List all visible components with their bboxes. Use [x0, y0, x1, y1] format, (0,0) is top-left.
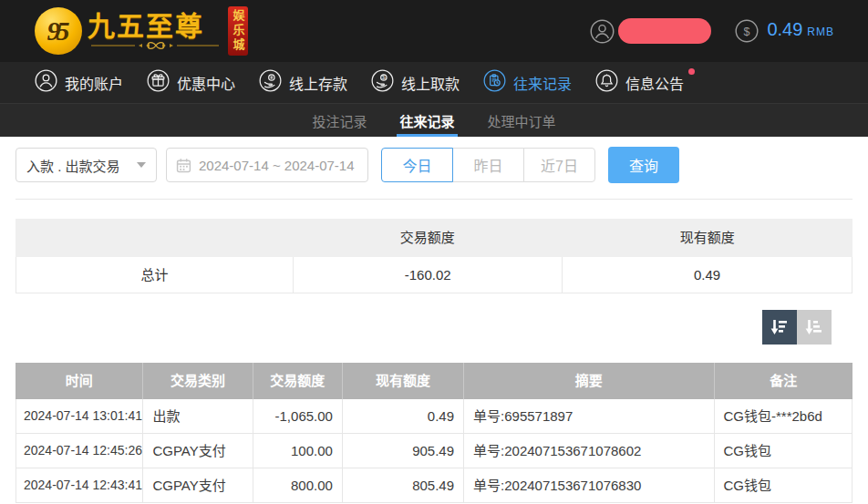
- column-header: 交易额度: [253, 363, 343, 399]
- top-bar: 95 九五至尊 娱乐城 $: [0, 0, 868, 62]
- summary-header-row: 交易额度 现有额度: [16, 219, 852, 257]
- active-tab-underline: [397, 134, 457, 137]
- summary-header-balance: 现有额度: [562, 220, 852, 256]
- records-table-body: 2024-07-14 13:01:41出款-1,065.000.49单号:695…: [16, 399, 852, 503]
- table-cell: 单号:202407153671076830: [464, 468, 714, 502]
- date-range-value: 2024-07-14 ~ 2024-07-14: [199, 158, 355, 173]
- records-icon: [483, 69, 506, 96]
- tab-label: 投注记录: [312, 111, 367, 130]
- sort-ascending-icon: [804, 317, 824, 337]
- search-button[interactable]: 查询: [608, 147, 679, 183]
- flourish-icon: [88, 40, 224, 51]
- sub-nav: 投注记录往来记录处理中订单: [0, 103, 868, 137]
- table-row: 2024-07-14 12:45:26CGPAY支付100.00905.49单号…: [16, 434, 852, 468]
- table-cell: 单号:695571897: [464, 399, 714, 433]
- transaction-type-value: 入款 . 出款交易: [26, 156, 120, 175]
- table-row: 2024-07-14 12:43:41CGPAY支付800.00805.49单号…: [16, 468, 852, 503]
- logo-badge: 娱乐城: [228, 6, 248, 56]
- logo-text-wrap: 九五至尊: [88, 12, 224, 51]
- table-cell: 2024-07-14 12:45:26: [16, 434, 143, 468]
- table-cell: CGPAY支付: [143, 434, 253, 468]
- table-cell: 805.49: [343, 468, 464, 502]
- nav-item-label: 优惠中心: [177, 72, 235, 94]
- summary-header-transaction: 交易额度: [293, 220, 563, 256]
- calendar-icon: [176, 158, 191, 173]
- section-divider: [16, 199, 852, 200]
- table-cell: 0.49: [343, 399, 464, 433]
- column-header: 备注: [715, 363, 852, 399]
- dollar-icon: $: [735, 19, 759, 43]
- nav-item-online-withdrawal[interactable]: $线上取款: [371, 62, 460, 103]
- chevron-down-icon: [137, 162, 146, 168]
- deposit-icon: [259, 69, 282, 96]
- table-cell: 2024-07-14 12:43:41: [16, 468, 143, 502]
- logo-title: 九五至尊: [88, 12, 224, 41]
- quick-date-group: 今日昨日近7日: [381, 148, 595, 182]
- tab-bet-records[interactable]: 投注记录: [312, 104, 367, 137]
- transaction-type-select[interactable]: 入款 . 出款交易: [16, 148, 157, 182]
- main-nav: 我的账户优惠中心线上存款$线上取款往来记录信息公告: [0, 62, 868, 103]
- summary-transaction-total: -160.02: [293, 257, 562, 293]
- wallet-balance[interactable]: $ 0.49 RMB: [735, 19, 834, 43]
- masked-username-redaction: [618, 18, 711, 44]
- table-row: 2024-07-14 13:01:41出款-1,065.000.49单号:695…: [16, 399, 852, 434]
- sort-descending-button[interactable]: [762, 310, 797, 345]
- summary-total-label: 总计: [16, 257, 293, 293]
- site-logo[interactable]: 95 九五至尊 娱乐城: [35, 6, 248, 56]
- records-table: 时间交易类别交易额度现有额度摘要备注 2024-07-14 13:01:41出款…: [16, 363, 852, 503]
- summary-table: 交易额度 现有额度 总计 -160.02 0.49: [16, 219, 852, 293]
- svg-text:$: $: [382, 73, 386, 81]
- nav-item-announcements[interactable]: 信息公告: [595, 62, 684, 103]
- summary-total-row: 总计 -160.02 0.49: [16, 257, 852, 293]
- column-header: 时间: [16, 363, 143, 399]
- column-header: 摘要: [464, 363, 714, 399]
- notification-dot: [688, 68, 695, 75]
- svg-text:$: $: [744, 26, 750, 38]
- filter-row: 入款 . 出款交易 2024-07-14 ~ 2024-07-14 今日昨日近7…: [16, 147, 852, 183]
- table-cell: CG钱包: [715, 468, 852, 502]
- logo-monogram-icon: 95: [35, 7, 82, 55]
- table-cell: CG钱包: [715, 434, 852, 468]
- records-table-header: 时间交易类别交易额度现有额度摘要备注: [16, 363, 852, 399]
- nav-item-transaction-records[interactable]: 往来记录: [483, 62, 572, 103]
- table-cell: 出款: [143, 399, 253, 433]
- nav-item-promotions[interactable]: 优惠中心: [147, 62, 235, 103]
- sort-descending-icon: [770, 317, 790, 337]
- summary-balance-total: 0.49: [562, 257, 852, 293]
- withdraw-icon: $: [371, 69, 394, 96]
- nav-item-my-account[interactable]: 我的账户: [35, 62, 123, 103]
- date-range-input[interactable]: 2024-07-14 ~ 2024-07-14: [166, 148, 368, 182]
- table-cell: 100.00: [253, 434, 343, 468]
- nav-item-label: 线上取款: [401, 72, 460, 94]
- table-cell: CG钱包-***2b6d: [715, 399, 852, 433]
- table-cell: -1,065.00: [253, 399, 343, 433]
- nav-item-label: 信息公告: [625, 72, 684, 94]
- table-cell: 800.00: [253, 468, 343, 502]
- quick-date-today[interactable]: 今日: [381, 148, 453, 182]
- tab-processing-orders[interactable]: 处理中订单: [488, 104, 556, 137]
- nav-item-label: 线上存款: [289, 72, 347, 94]
- table-cell: 单号:202407153671078602: [464, 434, 714, 468]
- bell-icon: [595, 69, 618, 96]
- table-cell: 905.49: [343, 434, 464, 468]
- account-area: $ 0.49 RMB: [590, 18, 834, 44]
- column-header: 交易类别: [143, 363, 253, 399]
- table-cell: CGPAY支付: [143, 468, 253, 502]
- balance-amount: 0.49: [767, 19, 802, 40]
- quick-date-last-7-days[interactable]: 近7日: [523, 148, 595, 182]
- balance-currency: RMB: [807, 26, 834, 38]
- user-icon: [590, 19, 615, 44]
- sort-controls: [16, 310, 832, 345]
- column-header: 现有额度: [343, 363, 464, 399]
- tab-label: 往来记录: [399, 111, 454, 130]
- sort-ascending-button[interactable]: [797, 310, 832, 345]
- nav-item-online-deposit[interactable]: 线上存款: [259, 62, 347, 103]
- nav-item-label: 我的账户: [65, 72, 123, 94]
- quick-date-yesterday[interactable]: 昨日: [452, 148, 524, 182]
- nav-item-label: 往来记录: [513, 72, 572, 94]
- gift-icon: [147, 69, 170, 96]
- user-icon: [35, 69, 57, 96]
- table-cell: 2024-07-14 13:01:41: [16, 399, 143, 433]
- tab-transaction-records[interactable]: 往来记录: [399, 104, 454, 137]
- tab-label: 处理中订单: [488, 111, 556, 130]
